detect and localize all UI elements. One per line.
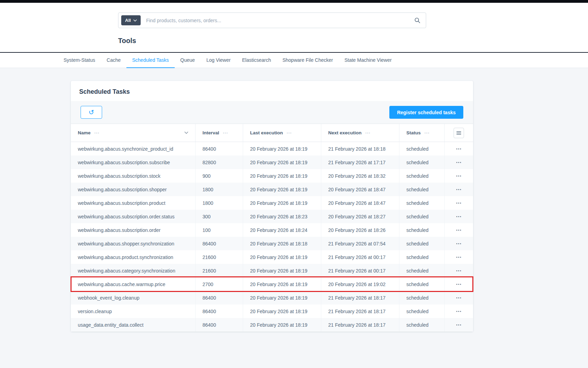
table-row[interactable]: webhook_event_log.cleanup 86400 20 Febru… (71, 291, 473, 304)
table-row[interactable]: webwirkung.abacus.category.synchronizati… (71, 264, 473, 277)
search-filter-button[interactable]: All (121, 15, 141, 25)
row-context-menu-button[interactable]: ⋯ (454, 159, 464, 166)
table-body: webwirkung.abacus.synchronize_product_id… (71, 142, 473, 332)
row-actions-cell: ⋯ (445, 156, 473, 169)
row-context-menu-button[interactable]: ⋯ (454, 308, 464, 315)
tab-state-machine-viewer[interactable]: State Machine Viewer (345, 53, 392, 68)
interval-cell: 21600 (196, 250, 243, 264)
next-execution-cell: 21 February 2026 at 00:17 (321, 264, 399, 277)
interval-cell: 1800 (196, 183, 243, 196)
row-actions-cell: ⋯ (445, 223, 473, 237)
last-execution-cell: 20 February 2026 at 18:19 (243, 196, 321, 210)
row-actions-cell: ⋯ (445, 304, 473, 318)
tab-label: Elasticsearch (242, 57, 271, 63)
status-cell: scheduled (399, 250, 445, 264)
table-row[interactable]: webwirkung.abacus.cache.warmup.price 270… (71, 277, 473, 291)
table-row[interactable]: version.cleanup 86400 20 February 2026 a… (71, 304, 473, 318)
column-header-interval[interactable]: Interval ⋯ (196, 124, 243, 142)
row-context-menu-button[interactable]: ⋯ (454, 186, 464, 193)
row-context-menu-button[interactable]: ⋯ (454, 241, 464, 247)
row-context-menu-button[interactable]: ⋯ (454, 214, 464, 220)
row-context-menu-button[interactable]: ⋯ (454, 200, 464, 206)
tab-shopware-file-checker[interactable]: Shopware File Checker (282, 53, 333, 68)
row-context-menu-button[interactable]: ⋯ (454, 227, 464, 233)
card-title: Scheduled Tasks (79, 88, 465, 95)
row-actions-cell: ⋯ (445, 264, 473, 277)
table-row[interactable]: webwirkung.abacus.synchronize_product_id… (71, 142, 473, 156)
status-cell: scheduled (399, 196, 445, 210)
tab-cache[interactable]: Cache (107, 53, 121, 68)
last-execution-cell: 20 February 2026 at 18:24 (243, 223, 321, 237)
column-header-next-execution[interactable]: Next execution ⋯ (321, 124, 399, 142)
row-context-menu-button[interactable]: ⋯ (454, 146, 464, 152)
task-name-cell: webwirkung.abacus.subscription.product (71, 196, 196, 210)
next-execution-cell: 20 February 2026 at 18:27 (321, 210, 399, 223)
tab-elasticsearch[interactable]: Elasticsearch (242, 53, 271, 68)
table-row[interactable]: webwirkung.abacus.subscription.order.sta… (71, 210, 473, 223)
column-label: Status (406, 130, 421, 135)
column-context-icon[interactable]: ⋯ (365, 130, 371, 136)
column-label: Last execution (250, 130, 283, 135)
search-icon[interactable] (414, 17, 420, 23)
next-execution-cell: 21 February 2026 at 18:18 (321, 142, 399, 156)
interval-cell: 100 (196, 223, 243, 237)
sort-chevron-icon[interactable] (184, 132, 188, 134)
row-context-menu-button[interactable]: ⋯ (454, 173, 464, 179)
column-context-icon[interactable]: ⋯ (287, 130, 292, 136)
next-execution-cell: 21 February 2026 at 00:17 (321, 250, 399, 264)
register-scheduled-tasks-button[interactable]: Register scheduled tasks (389, 106, 463, 119)
tab-label: State Machine Viewer (345, 57, 392, 63)
table-row[interactable]: webwirkung.abacus.subscription.subscribe… (71, 156, 473, 169)
interval-cell: 86400 (196, 304, 243, 318)
row-actions-cell: ⋯ (445, 277, 473, 291)
next-execution-cell: 21 February 2026 at 18:17 (321, 304, 399, 318)
status-cell: scheduled (399, 156, 445, 169)
row-context-menu-button[interactable]: ⋯ (454, 254, 464, 260)
search-filter-label: All (125, 18, 131, 23)
task-name-cell: webwirkung.abacus.subscription.order (71, 223, 196, 237)
row-actions-cell: ⋯ (445, 250, 473, 264)
row-actions-cell: ⋯ (445, 291, 473, 304)
interval-cell: 86400 (196, 318, 243, 332)
column-context-icon[interactable]: ⋯ (223, 130, 228, 136)
refresh-icon: ↺ (89, 109, 94, 116)
task-name-cell: webwirkung.abacus.product.synchronizatio… (71, 250, 196, 264)
tab-scheduled-tasks[interactable]: Scheduled Tasks (132, 53, 169, 68)
table-row[interactable]: webwirkung.abacus.subscription.order 100… (71, 223, 473, 237)
tab-system-status[interactable]: System-Status (64, 53, 95, 68)
tab-log-viewer[interactable]: Log Viewer (206, 53, 231, 68)
column-header-name[interactable]: Name ⋯ (71, 124, 196, 142)
status-cell: scheduled (399, 237, 445, 250)
top-bar: All Tools (0, 3, 588, 53)
row-context-menu-button[interactable]: ⋯ (454, 295, 464, 301)
row-actions-cell: ⋯ (445, 142, 473, 156)
column-header-last-execution[interactable]: Last execution ⋯ (243, 124, 321, 142)
next-execution-cell: 20 February 2026 at 18:26 (321, 223, 399, 237)
last-execution-cell: 20 February 2026 at 18:19 (243, 264, 321, 277)
last-execution-cell: 20 February 2026 at 18:23 (243, 210, 321, 223)
table-row[interactable]: webwirkung.abacus.shopper.synchronizatio… (71, 237, 473, 250)
row-actions-cell: ⋯ (445, 318, 473, 332)
task-name-cell: webwirkung.abacus.synchronize_product_id (71, 142, 196, 156)
table-settings-button[interactable] (454, 128, 464, 138)
table-row[interactable]: webwirkung.abacus.subscription.product 1… (71, 196, 473, 210)
next-execution-cell: 20 February 2026 at 18:47 (321, 196, 399, 210)
column-header-status[interactable]: Status ⋯ (399, 124, 445, 142)
row-context-menu-button[interactable]: ⋯ (454, 268, 464, 274)
last-execution-cell: 20 February 2026 at 18:19 (243, 277, 321, 291)
row-context-menu-button[interactable]: ⋯ (454, 322, 464, 328)
tab-queue[interactable]: Queue (180, 53, 195, 68)
search-input[interactable] (146, 17, 414, 24)
interval-cell: 900 (196, 169, 243, 183)
row-context-menu-button[interactable]: ⋯ (454, 281, 464, 287)
refresh-button[interactable]: ↺ (81, 106, 102, 119)
table-row[interactable]: webwirkung.abacus.product.synchronizatio… (71, 250, 473, 264)
column-context-icon[interactable]: ⋯ (424, 130, 430, 136)
column-context-icon[interactable]: ⋯ (94, 130, 100, 136)
table-row[interactable]: webwirkung.abacus.subscription.stock 900… (71, 169, 473, 183)
status-cell: scheduled (399, 223, 445, 237)
row-actions-cell: ⋯ (445, 237, 473, 250)
column-label: Name (78, 130, 91, 135)
table-row[interactable]: webwirkung.abacus.subscription.shopper 1… (71, 183, 473, 196)
table-row[interactable]: usage_data.entity_data.collect 86400 20 … (71, 318, 473, 332)
